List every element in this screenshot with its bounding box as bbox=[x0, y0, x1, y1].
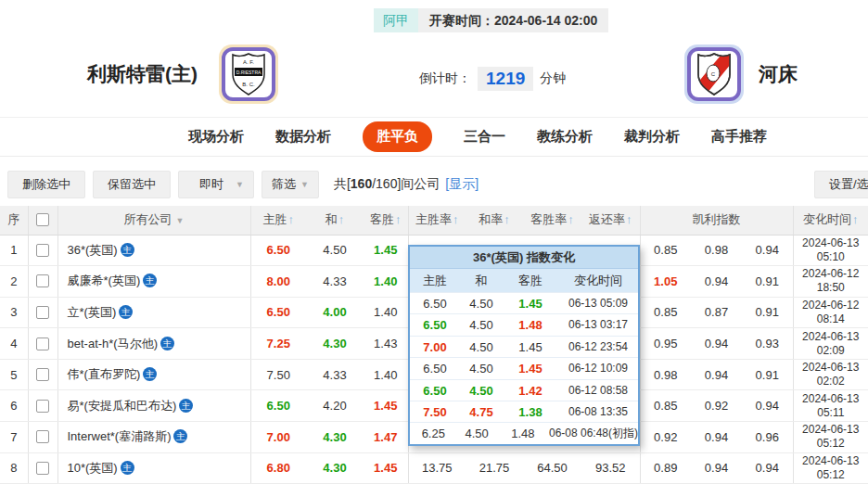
keep-selected-button[interactable]: 保留选中 bbox=[93, 171, 171, 198]
odds-away-win: 1.48 bbox=[497, 423, 549, 443]
tab-数据分析[interactable]: 数据分析 bbox=[275, 128, 331, 146]
kelly-index: 0.96 bbox=[742, 422, 793, 453]
company-count-suffix: /160]间公司 bbox=[372, 176, 440, 191]
kelly-index: 0.94 bbox=[691, 328, 742, 360]
column-header-checkbox[interactable] bbox=[28, 206, 57, 235]
popup-row: 7.004.501.4506-12 23:54 bbox=[410, 336, 638, 357]
kelly-index: 0.87 bbox=[691, 297, 742, 328]
kelly-index: 0.95 bbox=[640, 328, 691, 360]
row-checkbox[interactable] bbox=[36, 306, 49, 319]
company-cell: 立*(英国)主 bbox=[57, 297, 250, 328]
row-checkbox-cell bbox=[28, 390, 57, 422]
odds-mode-dropdown[interactable]: 即时 ▼ bbox=[178, 171, 254, 198]
odds-home-win: 6.50 bbox=[250, 235, 306, 266]
odds-home-win: 6.50 bbox=[410, 358, 460, 378]
odds-home-win: 7.00 bbox=[410, 337, 460, 357]
odds-change-popup: 36*(英国) 指数变化 主胜和客胜变化时间 6.504.501.4506-13… bbox=[408, 245, 640, 446]
odds-away-win: 1.40 bbox=[364, 297, 408, 328]
row-checkbox[interactable] bbox=[36, 400, 49, 413]
select-all-checkbox[interactable] bbox=[36, 213, 49, 226]
main-company-icon: 主 bbox=[173, 429, 187, 443]
column-header-客胜率[interactable]: 客胜率↑ bbox=[523, 206, 581, 235]
svg-text:C: C bbox=[711, 71, 716, 77]
popup-change-time: 06-08 06:48(初指) bbox=[549, 423, 638, 443]
company-name[interactable]: Interwet*(塞浦路斯) bbox=[68, 429, 172, 443]
column-header-主胜率[interactable]: 主胜率↑ bbox=[408, 206, 466, 235]
tab-胜平负[interactable]: 胜平负 bbox=[363, 121, 432, 152]
change-time: 2024-06-1305:12 bbox=[793, 422, 868, 453]
sort-up-icon: ↑ bbox=[568, 212, 574, 226]
tab-教练分析[interactable]: 教练分析 bbox=[537, 128, 593, 146]
column-header-label: 凯利指数 bbox=[693, 212, 741, 226]
column-header-主胜[interactable]: 主胜↑ bbox=[250, 206, 306, 235]
column-header-和[interactable]: 和↑ bbox=[306, 206, 364, 235]
row-checkbox[interactable] bbox=[36, 462, 49, 475]
settings-button[interactable]: 设置/选 bbox=[814, 171, 868, 198]
odds-draw: 4.20 bbox=[306, 390, 364, 422]
odds-draw: 4.33 bbox=[306, 359, 364, 390]
odds-draw: 4.30 bbox=[306, 422, 364, 453]
company-cell: 36*(英国)主 bbox=[57, 235, 250, 266]
tab-高手推荐[interactable]: 高手推荐 bbox=[711, 128, 767, 146]
company-count: 共[160/160]间公司[显示] bbox=[334, 176, 479, 193]
row-seq: 1 bbox=[0, 235, 28, 266]
odds-away-win: 1.45 bbox=[364, 235, 408, 266]
tab-三合一[interactable]: 三合一 bbox=[464, 128, 505, 146]
column-header-返还率[interactable]: 返还率↑ bbox=[581, 206, 640, 235]
change-time: 2024-06-1305:10 bbox=[793, 235, 868, 266]
row-seq: 4 bbox=[0, 328, 28, 360]
chevron-down-icon: ▼ bbox=[176, 216, 185, 225]
change-time: 2024-06-1302:02 bbox=[793, 359, 868, 390]
company-cell: bet-at-h*(马尔他)主 bbox=[57, 328, 250, 360]
column-header-变化时间[interactable]: 变化时间↑ bbox=[793, 206, 868, 235]
column-header-label: 所有公司 bbox=[124, 212, 172, 226]
odds-away-win: 1.45 bbox=[364, 452, 408, 484]
row-checkbox[interactable] bbox=[36, 338, 49, 350]
company-name[interactable]: 威廉希*(英国) bbox=[68, 274, 141, 287]
countdown: 倒计时： 1219 分钟 bbox=[419, 65, 566, 93]
row-checkbox[interactable] bbox=[36, 430, 49, 443]
company-name[interactable]: bet-at-h*(马尔他) bbox=[68, 337, 159, 350]
chevron-down-icon: ▼ bbox=[300, 172, 309, 197]
popup-change-time: 06-12 10:09 bbox=[558, 358, 638, 378]
row-checkbox-cell bbox=[28, 422, 57, 453]
kelly-index: 0.98 bbox=[691, 235, 742, 266]
kelly-index: 0.94 bbox=[691, 452, 742, 484]
table-toolbar: 删除选中 保留选中 即时 ▼ 筛选 ▼ 共[160/160]间公司[显示] bbox=[7, 171, 479, 198]
change-date: 2024-06-13 bbox=[794, 454, 868, 468]
row-checkbox[interactable] bbox=[36, 274, 49, 287]
show-link[interactable]: [显示] bbox=[445, 176, 479, 191]
column-header-所有公司[interactable]: 所有公司▼ bbox=[57, 206, 250, 235]
kelly-index: 0.93 bbox=[742, 328, 793, 360]
change-clock: 05:12 bbox=[794, 468, 868, 482]
change-time: 2024-06-1218:50 bbox=[793, 266, 868, 298]
change-date: 2024-06-13 bbox=[794, 236, 868, 250]
company-name[interactable]: 立*(英国) bbox=[68, 305, 117, 319]
odds-draw: 4.00 bbox=[306, 297, 364, 328]
sort-up-icon: ↑ bbox=[395, 212, 402, 226]
row-checkbox[interactable] bbox=[36, 368, 49, 381]
filter-dropdown[interactable]: 筛选 ▼ bbox=[262, 171, 319, 198]
company-name[interactable]: 易*(安提瓜和巴布达) bbox=[68, 399, 177, 413]
row-checkbox[interactable] bbox=[36, 244, 49, 257]
odds-draw: 4.50 bbox=[457, 423, 497, 443]
company-cell: Interwet*(塞浦路斯)主 bbox=[57, 422, 250, 453]
delete-selected-button[interactable]: 删除选中 bbox=[7, 171, 85, 198]
company-name[interactable]: 伟*(直布罗陀) bbox=[68, 367, 141, 381]
odds-away-win: 1.40 bbox=[364, 359, 408, 390]
popup-change-time: 06-13 03:17 bbox=[558, 314, 638, 335]
tab-现场分析[interactable]: 现场分析 bbox=[188, 128, 244, 146]
odds-draw: 4.33 bbox=[306, 266, 364, 298]
sort-up-icon: ↑ bbox=[288, 212, 295, 226]
odds-home-win: 6.50 bbox=[410, 380, 460, 401]
column-header-label: 和 bbox=[326, 212, 338, 226]
countdown-value: 1219 bbox=[478, 67, 533, 91]
column-header-和率[interactable]: 和率↑ bbox=[466, 206, 523, 235]
column-header-客胜[interactable]: 客胜↑ bbox=[364, 206, 408, 235]
tab-裁判分析[interactable]: 裁判分析 bbox=[624, 128, 680, 146]
company-name[interactable]: 10*(英国) bbox=[68, 461, 118, 475]
main-company-icon: 主 bbox=[143, 274, 157, 287]
main-company-icon: 主 bbox=[179, 399, 193, 413]
company-name[interactable]: 36*(英国) bbox=[68, 243, 118, 257]
odds-home-win: 7.50 bbox=[410, 401, 460, 422]
